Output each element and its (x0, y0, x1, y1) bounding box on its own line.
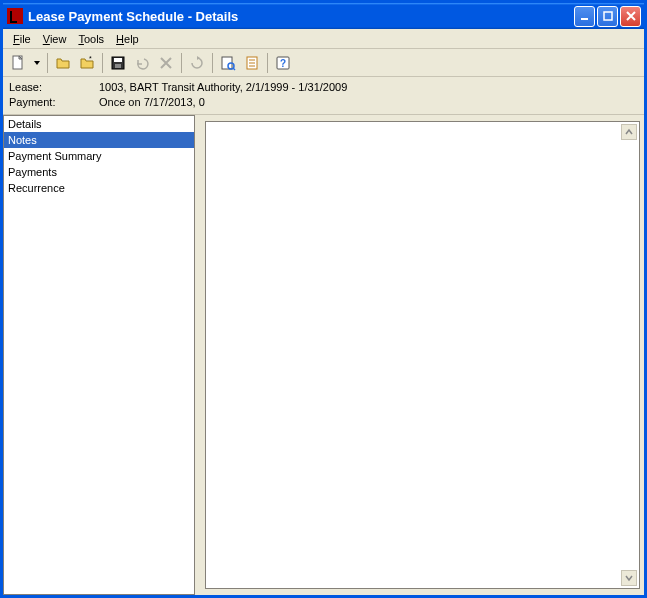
save-icon (110, 55, 126, 71)
sidebar-item-recurrence[interactable]: Recurrence (4, 180, 194, 196)
lease-row: Lease: 1003, BART Transit Authority, 2/1… (9, 80, 638, 95)
app-window: Lease Payment Schedule - Details File Vi… (0, 0, 647, 598)
delete-button[interactable] (155, 52, 177, 74)
toolbar-separator (102, 53, 103, 73)
lease-value: 1003, BART Transit Authority, 2/1/1999 -… (99, 80, 347, 95)
toolbar-separator (47, 53, 48, 73)
menubar: File View Tools Help (3, 29, 644, 49)
refresh-button[interactable] (186, 52, 208, 74)
minimize-icon (579, 10, 591, 22)
menu-tools[interactable]: Tools (72, 31, 110, 47)
sidebar-item-payments[interactable]: Payments (4, 164, 194, 180)
minimize-button[interactable] (574, 6, 595, 27)
payment-value: Once on 7/17/2013, 0 (99, 95, 205, 110)
document-button[interactable] (241, 52, 263, 74)
chevron-up-icon (625, 128, 633, 136)
preview-icon (220, 55, 236, 71)
sidebar: Details Notes Payment Summary Payments R… (3, 115, 195, 595)
info-panel: Lease: 1003, BART Transit Authority, 2/1… (3, 77, 644, 115)
undo-icon (134, 55, 150, 71)
open-recent-icon: * (79, 55, 95, 71)
refresh-icon (189, 55, 205, 71)
maximize-button[interactable] (597, 6, 618, 27)
scroll-down-button[interactable] (621, 570, 637, 586)
titlebar[interactable]: Lease Payment Schedule - Details (3, 3, 644, 29)
toolbar-separator (181, 53, 182, 73)
document-icon (244, 55, 260, 71)
new-dropdown-button[interactable] (31, 52, 43, 74)
help-button[interactable]: ? (272, 52, 294, 74)
menu-help[interactable]: Help (110, 31, 145, 47)
scroll-up-button[interactable] (621, 124, 637, 140)
svg-line-9 (233, 68, 235, 70)
open-button[interactable] (52, 52, 74, 74)
toolbar: * ? (3, 49, 644, 77)
svg-rect-6 (115, 64, 121, 68)
save-button[interactable] (107, 52, 129, 74)
open-recent-button[interactable]: * (76, 52, 98, 74)
new-button[interactable] (7, 52, 29, 74)
menu-view[interactable]: View (37, 31, 73, 47)
window-controls (574, 6, 641, 27)
svg-text:*: * (89, 55, 92, 62)
svg-text:?: ? (280, 58, 286, 69)
toolbar-separator (267, 53, 268, 73)
menu-file[interactable]: File (7, 31, 37, 47)
workarea: Details Notes Payment Summary Payments R… (3, 115, 644, 595)
maximize-icon (602, 10, 614, 22)
sidebar-item-notes[interactable]: Notes (4, 132, 194, 148)
close-icon (625, 10, 637, 22)
toolbar-separator (212, 53, 213, 73)
notes-editor[interactable] (205, 121, 640, 589)
sidebar-item-payment-summary[interactable]: Payment Summary (4, 148, 194, 164)
delete-icon (158, 55, 174, 71)
svg-rect-0 (581, 18, 588, 20)
svg-rect-5 (114, 58, 122, 62)
undo-button[interactable] (131, 52, 153, 74)
svg-rect-1 (604, 12, 612, 20)
close-button[interactable] (620, 6, 641, 27)
sidebar-item-details[interactable]: Details (4, 116, 194, 132)
help-icon: ? (275, 55, 291, 71)
dropdown-icon (33, 59, 41, 67)
chevron-down-icon (625, 574, 633, 582)
editor-frame (199, 115, 644, 595)
window-title: Lease Payment Schedule - Details (28, 9, 574, 24)
app-icon (7, 8, 23, 24)
open-folder-icon (55, 55, 71, 71)
content-area (199, 115, 644, 595)
preview-button[interactable] (217, 52, 239, 74)
payment-label: Payment: (9, 95, 99, 110)
lease-label: Lease: (9, 80, 99, 95)
payment-row: Payment: Once on 7/17/2013, 0 (9, 95, 638, 110)
new-document-icon (10, 55, 26, 71)
